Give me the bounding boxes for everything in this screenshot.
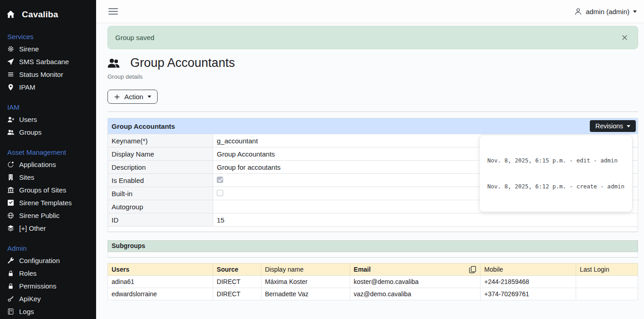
last-login-cell	[576, 276, 638, 288]
chevron-down-icon	[148, 96, 151, 98]
sidebar-item-label: Sirene	[19, 45, 39, 53]
sidebar-item-label: Users	[19, 116, 37, 123]
sidebar-item-status-monitor[interactable]: Status Monitor	[7, 68, 96, 81]
revision-menu-item[interactable]: Nov. 8, 2025, 6:12 p.m. - create - admin	[487, 182, 624, 191]
source-cell: DIRECT	[213, 288, 261, 300]
subgroups-empty-row	[107, 252, 638, 258]
column-header-users: Users	[108, 263, 213, 276]
subgroups-header: Subgroups	[107, 240, 638, 252]
field-label: Display Name	[108, 147, 213, 161]
sidebar-item-label: Groups of Sites	[19, 186, 66, 194]
sidebar-item-label: Roles	[19, 269, 36, 277]
sidebar-item-permissions[interactable]: Permissions	[7, 279, 96, 292]
action-button-label: Action	[124, 93, 143, 101]
revision-menu-item[interactable]: Nov. 8, 2025, 6:15 p.m. - edit - admin	[487, 156, 624, 165]
built-in-checkbox[interactable]	[217, 190, 223, 196]
user-cell: adina61	[108, 276, 213, 288]
column-header-mobile: Mobile	[480, 263, 576, 276]
table-row: ID 15	[108, 213, 638, 227]
people-icon	[7, 129, 14, 136]
users-table: Users Source Display name Email Mobile L…	[107, 263, 638, 300]
revisions-dropdown-menu: Nov. 8, 2025, 6:15 p.m. - edit - admin N…	[479, 135, 633, 212]
copy-icon[interactable]	[469, 266, 476, 273]
sidebar-item-label: Groups	[19, 128, 41, 136]
sidebar-item-apikey[interactable]: ApiKey	[7, 292, 96, 305]
sidebar-item-label: Permissions	[19, 282, 56, 290]
bank-icon	[7, 187, 14, 193]
sidebar-item-sms-sarbacane[interactable]: SMS Sarbacane	[7, 55, 96, 68]
page-title: Group Accountants	[130, 56, 235, 70]
column-header-email: Email	[350, 263, 480, 276]
wrench-icon	[7, 257, 14, 264]
stack-icon	[7, 225, 14, 232]
chevron-down-icon	[633, 10, 637, 13]
action-button[interactable]: Action	[107, 90, 158, 104]
sidebar-item-sirene[interactable]: Sirene	[7, 42, 96, 55]
sidebar-item-sirene-templates[interactable]: Sirene Templates	[7, 196, 96, 209]
sidebar-item-label: [+] Other	[19, 224, 46, 232]
sidebar-item-label: IPAM	[19, 83, 36, 91]
last-login-cell	[576, 288, 638, 300]
gear-icon	[7, 46, 14, 52]
source-cell: DIRECT	[213, 276, 261, 288]
home-icon	[6, 10, 15, 19]
plus-icon	[114, 94, 120, 100]
revisions-button[interactable]: Revisions	[590, 120, 636, 132]
users-table-header-row: Users Source Display name Email Mobile L…	[108, 263, 638, 276]
table-row: adina61 DIRECT Máxima Koster koster@demo…	[108, 276, 638, 288]
mobile-cell: +374-70269761	[480, 288, 576, 300]
divider	[107, 111, 638, 112]
sidebar-item-ipam[interactable]: IPAM	[7, 81, 96, 93]
sidebar-item-label: Sites	[19, 173, 34, 181]
hamburger-menu-icon[interactable]	[108, 6, 118, 16]
sidebar-item-roles[interactable]: Roles	[7, 267, 96, 279]
subgroups-section: Subgroups	[107, 240, 638, 258]
revisions-button-label: Revisions	[595, 122, 623, 130]
page-header: Group Accountants	[107, 56, 638, 70]
sidebar-item-groups[interactable]: Groups	[7, 126, 96, 138]
sidebar-item-label: ApiKey	[19, 295, 41, 303]
field-label: Keyname(*)	[108, 134, 213, 147]
sidebar-item-other[interactable]: [+] Other	[7, 222, 96, 234]
lock-icon	[7, 283, 14, 289]
field-label: Is Enabled	[108, 174, 213, 187]
check-square-icon	[7, 199, 14, 206]
journal-icon	[7, 308, 14, 315]
sidebar-section-iam: IAM	[7, 103, 96, 112]
brand-name: Cavaliba	[22, 10, 58, 20]
lock-icon	[7, 270, 14, 277]
sidebar-item-groups-of-sites[interactable]: Groups of Sites	[7, 183, 96, 196]
field-label: Description	[108, 161, 213, 174]
person-icon	[574, 8, 582, 15]
sidebar-item-logs[interactable]: Logs	[7, 305, 96, 318]
sidebar-item-sirene-public[interactable]: Sirene Public	[7, 209, 96, 222]
group-details-section: Group Accountants Revisions Keyname(*) g…	[107, 118, 638, 232]
column-header-display-name: Display name	[261, 263, 350, 276]
globe-icon	[7, 212, 14, 219]
sidebar-item-sites[interactable]: Sites	[7, 171, 96, 183]
field-label: Autogroup	[108, 200, 213, 213]
field-label: Built-in	[108, 187, 213, 200]
details-table-title: Group Accountants	[112, 122, 175, 130]
sidebar-item-configuration[interactable]: Configuration	[7, 254, 96, 267]
email-cell: koster@demo.cavaliba	[350, 276, 480, 288]
list-icon	[7, 71, 14, 78]
topbar: admin (admin)	[96, 0, 644, 23]
sidebar-item-label: Configuration	[19, 257, 60, 264]
display-name-cell: Bernadette Vaz	[261, 288, 350, 300]
mobile-cell: +244-21859468	[480, 276, 576, 288]
geo-pin-icon	[7, 84, 14, 91]
sidebar-item-users[interactable]: Users	[7, 113, 96, 126]
chevron-down-icon	[627, 125, 630, 127]
column-header-source: Source	[213, 263, 261, 276]
user-menu[interactable]: admin (admin)	[574, 8, 637, 15]
people-icon	[107, 57, 120, 69]
details-table-footer	[107, 227, 638, 232]
sidebar-item-label: SMS Sarbacane	[19, 58, 69, 66]
is-enabled-checkbox	[217, 177, 223, 183]
brand[interactable]: Cavaliba	[0, 0, 96, 23]
sidebar-section-asset-management: Asset Management	[7, 148, 96, 157]
sidebar-item-applications[interactable]: Applications	[7, 158, 96, 171]
close-icon[interactable]	[619, 32, 630, 43]
field-label: ID	[108, 213, 213, 227]
